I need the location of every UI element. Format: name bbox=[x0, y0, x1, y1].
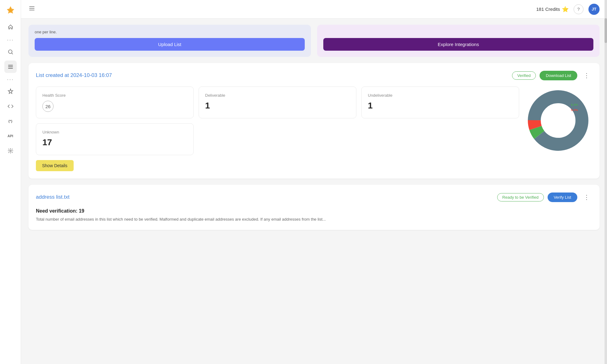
help-icon[interactable]: ? bbox=[574, 4, 583, 14]
verify-list-button[interactable]: Verify List bbox=[548, 193, 577, 202]
deliverable-value: 1 bbox=[205, 101, 350, 111]
explore-card: Explore Integrations bbox=[317, 25, 600, 57]
health-score-label: Health Score bbox=[42, 93, 187, 98]
content: one per line. Upload List Explore Integr… bbox=[21, 19, 607, 364]
list1-more-button[interactable]: ⋮ bbox=[581, 70, 592, 80]
svg-text:5.3%: 5.3% bbox=[571, 108, 578, 112]
unknown-card: Unknown 17 bbox=[36, 123, 194, 155]
upload-list-button[interactable]: Upload List bbox=[35, 38, 305, 51]
list1-actions: Verified Download List ⋮ bbox=[512, 70, 592, 80]
list2-actions: Ready to be Verified Verify List ⋮ bbox=[497, 192, 592, 202]
sidebar-item-home[interactable] bbox=[4, 21, 17, 33]
menu-icon[interactable] bbox=[28, 5, 35, 13]
undeliverable-label: Undeliverable bbox=[368, 93, 513, 98]
verify-info: Need verification: 19 Total number of em… bbox=[36, 208, 592, 222]
sidebar-item-code[interactable] bbox=[4, 100, 17, 112]
explore-integrations-button[interactable]: Explore Integrations bbox=[323, 38, 593, 51]
list1-header: List created at 2024-10-03 16:07 Verifie… bbox=[36, 70, 592, 80]
sidebar-item-webhook[interactable] bbox=[4, 145, 17, 157]
stats-grid: Health Score 26 Deliverable 1 Undelivera… bbox=[36, 87, 592, 155]
svg-point-0 bbox=[8, 50, 12, 53]
show-details-button[interactable]: Show Details bbox=[36, 160, 74, 171]
need-verification-desc: Total number of email addresses in this … bbox=[36, 216, 592, 222]
sidebar: ··· ··· {*} API bbox=[0, 0, 21, 364]
sidebar-item-api[interactable]: API bbox=[4, 130, 17, 142]
undeliverable-value: 1 bbox=[368, 101, 513, 111]
topbar: 181 Credits ⭐ ? JT bbox=[21, 0, 607, 19]
sidebar-dots-mid: ··· bbox=[7, 75, 14, 83]
list1-title[interactable]: List created at 2024-10-03 16:07 bbox=[36, 72, 112, 78]
svg-text:89.5%: 89.5% bbox=[552, 119, 565, 124]
scroll-thumb[interactable] bbox=[605, 18, 607, 43]
ready-badge: Ready to be Verified bbox=[497, 193, 544, 201]
avatar[interactable]: JT bbox=[588, 4, 600, 15]
donut-chart-svg: 89.5% 5.3% 5.3% bbox=[524, 87, 592, 154]
unknown-value: 17 bbox=[42, 138, 187, 147]
health-score-value: 26 bbox=[42, 101, 54, 112]
list2-header: address list.txt Ready to be Verified Ve… bbox=[36, 192, 592, 202]
svg-text:5.3%: 5.3% bbox=[571, 103, 578, 106]
sidebar-dots-top: ··· bbox=[7, 36, 14, 43]
donut-chart: 89.5% 5.3% 5.3% bbox=[524, 87, 592, 154]
list1-card: List created at 2024-10-03 16:07 Verifie… bbox=[28, 63, 600, 179]
scrollbar[interactable] bbox=[605, 0, 607, 364]
stats-cards: Health Score 26 Deliverable 1 Undelivera… bbox=[36, 87, 519, 155]
list2-card: address list.txt Ready to be Verified Ve… bbox=[28, 185, 600, 230]
upload-section: one per line. Upload List Explore Integr… bbox=[28, 19, 600, 63]
sidebar-item-lists[interactable] bbox=[4, 61, 17, 73]
list2-title[interactable]: address list.txt bbox=[36, 194, 70, 200]
upload-card: one per line. Upload List bbox=[28, 25, 311, 57]
list2-more-button[interactable]: ⋮ bbox=[581, 192, 592, 202]
main-wrapper: 181 Credits ⭐ ? JT one per line. Upload … bbox=[21, 0, 607, 364]
sidebar-item-regex[interactable]: {*} bbox=[4, 115, 17, 127]
svg-point-4 bbox=[10, 150, 11, 152]
sidebar-item-spark[interactable] bbox=[4, 85, 17, 98]
deliverable-label: Deliverable bbox=[205, 93, 350, 98]
verified-badge: Verified bbox=[512, 71, 536, 80]
need-verification-title: Need verification: 19 bbox=[36, 208, 592, 214]
sidebar-logo bbox=[4, 4, 17, 16]
undeliverable-card: Undeliverable 1 bbox=[361, 87, 519, 118]
credits-icon: ⭐ bbox=[562, 6, 569, 13]
credits-text: 181 Credits bbox=[536, 6, 560, 12]
health-score-card: Health Score 26 bbox=[36, 87, 194, 118]
sidebar-item-search[interactable] bbox=[4, 46, 17, 58]
upload-card-description: one per line. bbox=[35, 30, 305, 34]
credits-badge: 181 Credits ⭐ bbox=[536, 6, 569, 13]
download-list-button[interactable]: Download List bbox=[540, 71, 577, 80]
unknown-label: Unknown bbox=[42, 130, 187, 134]
deliverable-card: Deliverable 1 bbox=[199, 87, 356, 118]
